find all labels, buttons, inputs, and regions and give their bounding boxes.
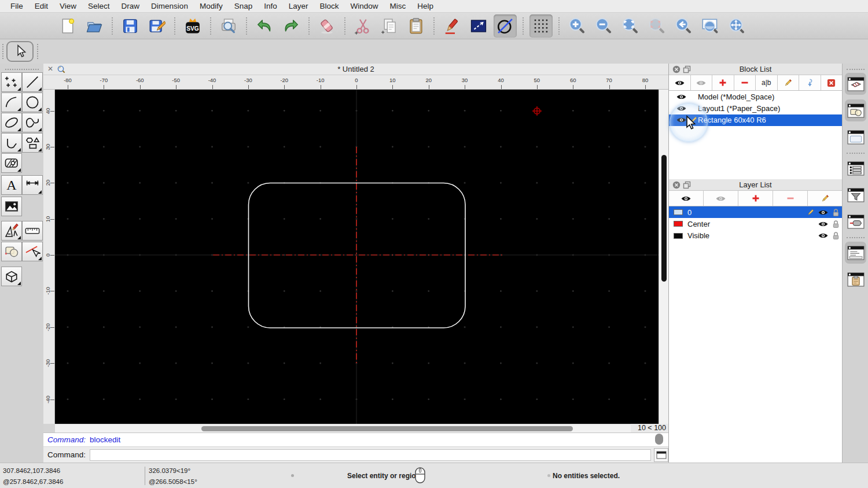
measure-tool[interactable] bbox=[22, 221, 43, 241]
menu-select[interactable]: Select bbox=[82, 0, 116, 13]
block-hide-all-button[interactable] bbox=[691, 75, 713, 90]
canvas-vertical-scrollbar[interactable] bbox=[659, 90, 668, 424]
block-visibility-eye-icon[interactable] bbox=[674, 93, 689, 101]
circle-tool[interactable] bbox=[22, 93, 43, 112]
menu-modify[interactable]: Modify bbox=[194, 0, 229, 13]
layer-list-item[interactable]: 0 bbox=[669, 206, 842, 218]
entity-list-dock-toggle[interactable] bbox=[845, 157, 866, 179]
history-scroll-thumb[interactable] bbox=[655, 434, 663, 445]
select-entity-tool[interactable] bbox=[22, 242, 43, 261]
polyline-tool[interactable] bbox=[1, 133, 22, 153]
ruler-tick bbox=[356, 85, 357, 89]
menu-misc[interactable]: Misc bbox=[384, 0, 412, 13]
layer-lock-icon[interactable] bbox=[829, 231, 842, 240]
filter-dock-toggle[interactable] bbox=[845, 184, 866, 206]
block-rename-button[interactable]: a|b bbox=[756, 75, 778, 90]
layer-edit-button[interactable] bbox=[808, 191, 842, 206]
paste-button[interactable] bbox=[404, 14, 428, 38]
box-3d-tool[interactable] bbox=[1, 267, 22, 286]
zoom-window-button[interactable] bbox=[698, 14, 722, 38]
menu-snap[interactable]: Snap bbox=[229, 0, 259, 13]
layer-visibility-eye-icon[interactable] bbox=[816, 232, 829, 239]
dimension-tool[interactable] bbox=[22, 175, 43, 195]
copy-button[interactable] bbox=[378, 14, 401, 38]
menu-file[interactable]: File bbox=[5, 0, 29, 13]
edit-pen-button[interactable] bbox=[440, 14, 464, 38]
block-add-button[interactable] bbox=[712, 75, 734, 90]
layer-visibility-eye-icon[interactable] bbox=[816, 220, 829, 228]
layer-remove-button[interactable] bbox=[773, 191, 808, 206]
block-insert-button[interactable] bbox=[799, 75, 821, 90]
order-button[interactable] bbox=[467, 14, 490, 38]
menu-view[interactable]: View bbox=[54, 0, 82, 13]
block-remove-button[interactable] bbox=[734, 75, 756, 90]
clipboard-dock-toggle[interactable] bbox=[845, 268, 866, 290]
block-list-item[interactable]: Model (*Model_Space) bbox=[669, 91, 842, 102]
selection-pointer-button[interactable] bbox=[6, 41, 34, 62]
block-list-dock-toggle[interactable] bbox=[845, 73, 866, 95]
line-tool[interactable] bbox=[22, 72, 43, 92]
zoom-auto-button[interactable] bbox=[619, 14, 642, 38]
vertical-scroll-thumb[interactable] bbox=[661, 155, 667, 282]
save-button[interactable] bbox=[119, 14, 142, 38]
ruler-tick bbox=[50, 255, 54, 256]
block-edit-button[interactable] bbox=[778, 75, 800, 90]
library-browser-dock-toggle[interactable] bbox=[845, 126, 866, 148]
undo-button[interactable] bbox=[253, 14, 276, 38]
polygon-tool[interactable] bbox=[22, 133, 43, 153]
redo-button[interactable] bbox=[279, 14, 303, 38]
ellipse-tool[interactable] bbox=[1, 113, 22, 132]
menu-draw[interactable]: Draw bbox=[116, 0, 146, 13]
text-tool[interactable]: A bbox=[1, 175, 22, 195]
menu-block[interactable]: Block bbox=[314, 0, 345, 13]
layer-lock-icon[interactable] bbox=[829, 220, 842, 228]
image-tool[interactable] bbox=[1, 197, 22, 216]
zoom-in-button[interactable] bbox=[565, 14, 589, 38]
zoom-out-button[interactable] bbox=[592, 14, 615, 38]
ruler-label: 50 bbox=[534, 77, 540, 83]
zoom-selected-button[interactable] bbox=[645, 14, 668, 38]
block-show-all-button[interactable] bbox=[669, 75, 691, 90]
points-tool[interactable] bbox=[1, 72, 22, 92]
command-widget-dock-toggle[interactable] bbox=[845, 242, 866, 264]
zoom-pan-button[interactable] bbox=[725, 14, 748, 38]
menu-info[interactable]: Info bbox=[258, 0, 283, 13]
layer-hide-all-button[interactable] bbox=[704, 191, 738, 206]
pen-palette-dock-toggle[interactable] bbox=[845, 210, 866, 232]
delete-selected-button[interactable] bbox=[315, 14, 339, 38]
layer-list-item[interactable]: Visible bbox=[669, 230, 842, 242]
menu-dimension[interactable]: Dimension bbox=[145, 0, 194, 13]
canvas-horizontal-scrollbar[interactable] bbox=[55, 424, 631, 432]
export-svg-button[interactable]: SVG bbox=[181, 14, 204, 38]
print-preview-button[interactable] bbox=[217, 14, 240, 38]
new-document-button[interactable] bbox=[56, 14, 79, 38]
zoom-previous-button[interactable] bbox=[672, 14, 695, 38]
rounded-rectangle-entity[interactable] bbox=[249, 183, 466, 328]
layer-list-dock-toggle[interactable] bbox=[845, 99, 866, 121]
draft-mode-button[interactable] bbox=[494, 14, 517, 38]
open-file-button[interactable] bbox=[83, 14, 106, 38]
cut-button[interactable] bbox=[351, 14, 374, 38]
menu-layer[interactable]: Layer bbox=[283, 0, 314, 13]
layer-list-item[interactable]: Center bbox=[669, 218, 842, 230]
spline-tool[interactable] bbox=[22, 113, 43, 132]
hatch-tool[interactable] bbox=[1, 153, 22, 173]
arc-tool[interactable] bbox=[1, 93, 22, 112]
grid-toggle-button[interactable] bbox=[529, 14, 553, 38]
menu-window[interactable]: Window bbox=[345, 0, 384, 13]
layer-lock-icon[interactable] bbox=[829, 208, 842, 217]
layer-show-all-button[interactable] bbox=[669, 191, 704, 206]
layer-add-button[interactable] bbox=[738, 191, 773, 206]
info-tool[interactable] bbox=[1, 242, 22, 261]
drawing-canvas[interactable] bbox=[55, 90, 659, 424]
layer-visibility-eye-icon[interactable] bbox=[816, 209, 829, 216]
menu-help[interactable]: Help bbox=[411, 0, 439, 13]
command-input[interactable] bbox=[90, 449, 651, 461]
save-as-button[interactable] bbox=[145, 14, 168, 38]
horizontal-scroll-thumb[interactable] bbox=[201, 426, 573, 431]
menu-edit[interactable]: Edit bbox=[29, 0, 54, 13]
dock-widget-bar bbox=[842, 64, 868, 463]
block-remove-all-button[interactable] bbox=[821, 75, 843, 90]
command-dock-button[interactable] bbox=[654, 448, 668, 462]
modify-tool[interactable] bbox=[1, 221, 22, 241]
